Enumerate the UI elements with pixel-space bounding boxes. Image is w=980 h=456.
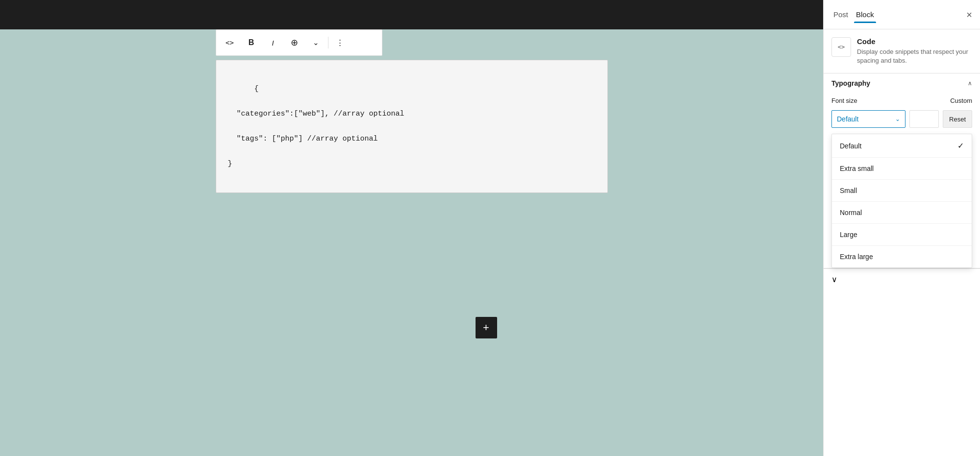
- dropdown-item-extra-small-label: Extra small: [840, 165, 874, 172]
- sidebar-header: Post Block ×: [824, 0, 980, 29]
- add-block-icon: +: [483, 321, 489, 334]
- italic-button[interactable]: I: [262, 32, 284, 53]
- block-details: Code Display code snippets that respect …: [857, 37, 972, 65]
- dropdown-item-extra-large-label: Extra large: [840, 253, 873, 261]
- typography-title: Typography: [831, 79, 870, 87]
- dropdown-item-default-label: Default: [840, 142, 861, 150]
- sidebar-tabs: Post Block: [831, 6, 876, 23]
- block-type-icon: <>: [831, 37, 851, 57]
- dropdown-item-small[interactable]: Small: [832, 180, 972, 202]
- dropdown-item-normal-label: Normal: [840, 209, 862, 216]
- block-description: Display code snippets that respect your …: [857, 48, 972, 65]
- block-name: Code: [857, 37, 972, 46]
- tab-post-label: Post: [833, 10, 848, 19]
- code-content: { "categories":["web"], //array optional…: [228, 85, 404, 168]
- block-toolbar: <> B I ⊕ ⌄ ⋮: [216, 29, 382, 56]
- chevron-down-icon: ⌄: [313, 38, 319, 47]
- link-button[interactable]: ⊕: [284, 32, 305, 53]
- editor-toolbar-wrapper: <> B I ⊕ ⌄ ⋮ { "categories":["web"], //a…: [216, 29, 608, 193]
- appearance-chevron-down-icon: ∨: [831, 275, 837, 284]
- more-icon: ⋮: [336, 38, 344, 47]
- close-icon: ×: [966, 9, 972, 20]
- reset-button[interactable]: Reset: [943, 110, 972, 128]
- tab-post[interactable]: Post: [831, 6, 850, 23]
- tab-block-label: Block: [856, 10, 874, 19]
- font-size-labels-row: Font size Custom: [824, 93, 980, 110]
- appearance-row[interactable]: ∨: [824, 268, 980, 290]
- font-size-dropdown: Default ✓ Extra small Small Normal Large…: [831, 134, 972, 268]
- add-block-button[interactable]: +: [476, 317, 497, 338]
- font-size-chevron-icon: ⌄: [895, 116, 900, 122]
- font-size-select[interactable]: Default ⌄: [831, 110, 905, 128]
- reset-label: Reset: [949, 116, 966, 123]
- check-icon: ✓: [957, 141, 964, 150]
- editor-area: <> B I ⊕ ⌄ ⋮ { "categories":["web"], //a…: [0, 0, 823, 456]
- dropdown-item-extra-large[interactable]: Extra large: [832, 246, 972, 267]
- dropdown-item-small-label: Small: [840, 187, 857, 194]
- typography-section: Typography ∧ Font size Custom Default ⌄ …: [824, 73, 980, 268]
- italic-label: I: [272, 39, 274, 47]
- bold-button[interactable]: B: [241, 32, 262, 53]
- code-view-icon: <>: [226, 39, 234, 47]
- close-button[interactable]: ×: [966, 10, 972, 20]
- dropdown-item-extra-small[interactable]: Extra small: [832, 158, 972, 180]
- sidebar: Post Block × <> Code Display code snippe…: [823, 0, 980, 456]
- typography-header[interactable]: Typography ∧: [824, 73, 980, 93]
- dropdown-item-large[interactable]: Large: [832, 224, 972, 246]
- chevron-button[interactable]: ⌄: [305, 32, 327, 53]
- block-icon-label: <>: [838, 44, 845, 50]
- link-icon: ⊕: [291, 37, 298, 48]
- font-size-select-inner: Default ⌄: [837, 115, 900, 123]
- typography-chevron-up-icon: ∧: [968, 80, 972, 87]
- code-view-button[interactable]: <>: [219, 32, 241, 53]
- dropdown-item-large-label: Large: [840, 231, 857, 239]
- font-size-selected-value: Default: [837, 115, 858, 123]
- custom-size-input[interactable]: [909, 110, 939, 128]
- bold-label: B: [249, 38, 254, 47]
- code-block[interactable]: { "categories":["web"], //array optional…: [216, 60, 608, 193]
- custom-label: Custom: [950, 97, 972, 104]
- dropdown-item-default[interactable]: Default ✓: [832, 134, 972, 158]
- more-options-button[interactable]: ⋮: [329, 32, 351, 53]
- block-info: <> Code Display code snippets that respe…: [824, 29, 980, 73]
- tab-block[interactable]: Block: [854, 6, 876, 23]
- dropdown-menu: Default ✓ Extra small Small Normal Large…: [831, 134, 972, 268]
- dropdown-item-normal[interactable]: Normal: [832, 202, 972, 224]
- top-bar: [0, 0, 823, 29]
- toolbar-divider: [328, 37, 328, 48]
- font-size-controls: Default ⌄ Reset: [824, 110, 980, 134]
- font-size-label: Font size: [831, 97, 857, 104]
